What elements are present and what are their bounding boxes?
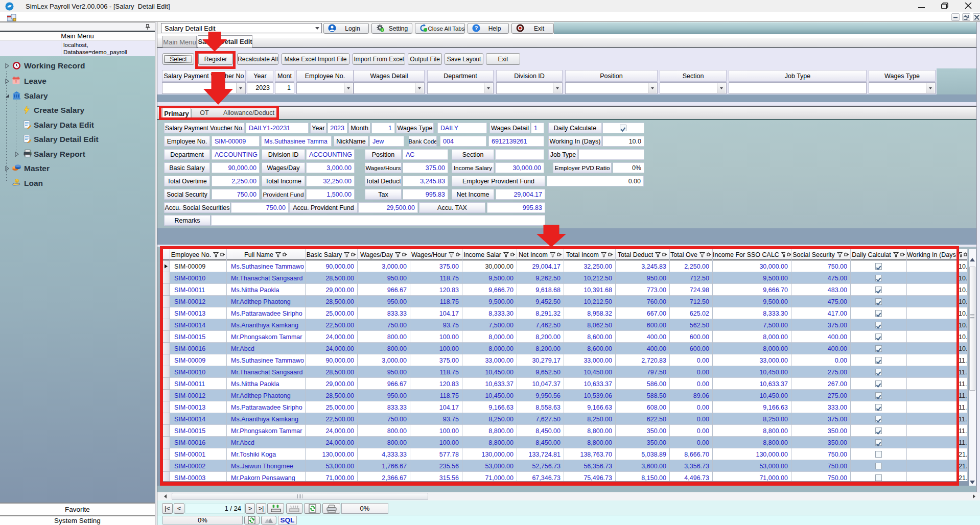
svg-text:i: i (382, 28, 383, 32)
svg-text:!: ! (15, 79, 17, 84)
svg-text:?: ? (475, 25, 478, 31)
svg-text:%: % (16, 180, 18, 183)
